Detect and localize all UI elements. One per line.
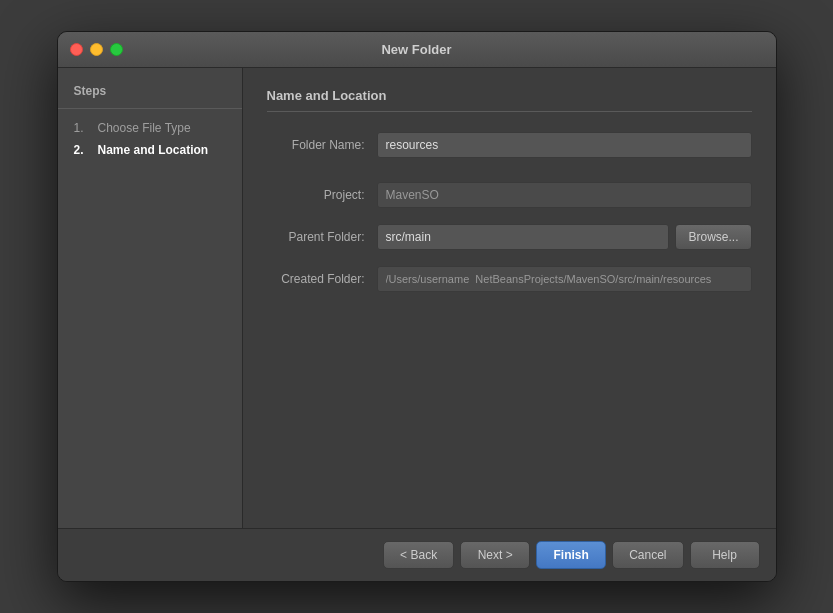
sidebar-item-choose-file-type[interactable]: 1. Choose File Type [58,117,242,139]
help-button[interactable]: Help [690,541,760,569]
folder-name-row: Folder Name: [267,132,752,158]
step-number-1: 1. [74,121,92,135]
created-folder-row: Created Folder: [267,266,752,292]
back-button[interactable]: < Back [383,541,454,569]
created-folder-label: Created Folder: [267,272,377,286]
next-button[interactable]: Next > [460,541,530,569]
project-row: Project: [267,182,752,208]
sidebar: Steps 1. Choose File Type 2. Name and Lo… [58,68,243,528]
sidebar-item-label-1: Choose File Type [98,121,191,135]
parent-folder-controls: Browse... [377,224,752,250]
close-button[interactable] [70,43,83,56]
finish-button[interactable]: Finish [536,541,606,569]
created-folder-input [377,266,752,292]
maximize-button[interactable] [110,43,123,56]
sidebar-header: Steps [58,84,242,109]
content-area: Name and Location Folder Name: Project: … [243,68,776,528]
dialog-window: New Folder Steps 1. Choose File Type 2. … [57,31,777,582]
window-title: New Folder [381,42,451,57]
folder-name-label: Folder Name: [267,138,377,152]
dialog-body: Steps 1. Choose File Type 2. Name and Lo… [58,68,776,528]
parent-folder-input[interactable] [377,224,670,250]
project-input [377,182,752,208]
title-bar: New Folder [58,32,776,68]
dialog-footer: < Back Next > Finish Cancel Help [58,528,776,581]
browse-button[interactable]: Browse... [675,224,751,250]
sidebar-item-name-and-location[interactable]: 2. Name and Location [58,139,242,161]
step-number-2: 2. [74,143,92,157]
project-label: Project: [267,188,377,202]
section-title: Name and Location [267,88,752,112]
minimize-button[interactable] [90,43,103,56]
cancel-button[interactable]: Cancel [612,541,683,569]
folder-name-input[interactable] [377,132,752,158]
parent-folder-label: Parent Folder: [267,230,377,244]
parent-folder-row: Parent Folder: Browse... [267,224,752,250]
sidebar-item-label-2: Name and Location [98,143,209,157]
title-bar-buttons [70,43,123,56]
